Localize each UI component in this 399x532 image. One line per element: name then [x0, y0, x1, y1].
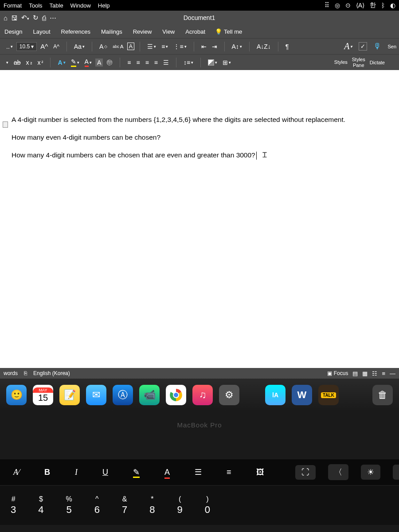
more-icon[interactable]: ⋯ [50, 14, 56, 22]
tb-underline-button[interactable]: U [96, 465, 114, 480]
tab-design[interactable]: Design [4, 27, 23, 37]
show-paragraph-marks-icon[interactable]: ¶ [284, 42, 291, 51]
dock-trash-icon[interactable]: 🗑 [372, 385, 393, 405]
dock-kakaotalk-icon[interactable]: TALK [318, 385, 339, 405]
dock-calendar-icon[interactable]: MAY 15 [33, 385, 53, 405]
document-canvas[interactable]: A 4-digit number is selected from the nu… [0, 70, 399, 368]
tb-brightness-icon[interactable]: ☀ [361, 465, 380, 480]
numbering-icon[interactable]: ≡▾ [160, 42, 170, 51]
tab-acrobat[interactable]: Acrobat [184, 27, 206, 37]
superscript-icon[interactable]: x² [36, 58, 45, 67]
dock-chrome-icon[interactable] [166, 385, 186, 405]
dock-settings-icon[interactable]: ⚙ [219, 385, 239, 405]
zoom-slider[interactable]: — [390, 370, 395, 377]
char-shading-icon[interactable]: A [95, 59, 103, 66]
dock-finder-icon[interactable]: 🙂 [6, 385, 27, 405]
editor-icon[interactable]: ✓ [359, 42, 367, 51]
text-direction-icon[interactable]: A↕▾ [230, 42, 244, 51]
tab-view[interactable]: View [161, 27, 176, 37]
undo-icon[interactable]: ↶▾ [21, 14, 29, 22]
align-left-icon[interactable]: ≡ [125, 58, 133, 67]
korean-input-icon[interactable]: 한 [370, 1, 376, 9]
dock-appstore-icon[interactable]: Ⓐ [113, 385, 133, 405]
paragraph-1[interactable]: A 4-digit number is selected from the nu… [12, 114, 387, 125]
grow-font-icon[interactable]: A^ [39, 42, 50, 51]
menu-window[interactable]: Window [70, 2, 91, 9]
web-layout-view-icon[interactable]: ▦ [362, 370, 368, 377]
font-size-input[interactable]: 10.5▾ [16, 42, 37, 51]
dock-notes-icon[interactable]: 📝 [59, 385, 80, 405]
tab-layout[interactable]: Layout [32, 27, 51, 37]
language-label[interactable]: English (Korea) [33, 370, 70, 376]
tab-review[interactable]: Review [132, 27, 153, 37]
tb-insert-icon[interactable]: 🖾 [250, 465, 270, 480]
redo-icon[interactable]: ↻ [33, 14, 39, 22]
justify-icon[interactable]: ≡ [153, 58, 160, 67]
word-count-label[interactable]: words [4, 370, 18, 376]
borders-icon[interactable]: ⊞▾ [221, 58, 233, 67]
print-icon[interactable]: ⎙ [42, 14, 46, 22]
tb-expand-icon[interactable]: ⛶ [295, 465, 316, 480]
tb-styles-icon[interactable]: A⁄ [7, 465, 26, 480]
dock-facetime-icon[interactable]: 📹 [139, 385, 160, 405]
print-layout-view-icon[interactable]: ▤ [352, 370, 358, 377]
menu-table[interactable]: Table [50, 2, 63, 9]
decrease-indent-icon[interactable]: ⇤ [200, 42, 208, 51]
dock-word-icon[interactable]: W [292, 385, 312, 405]
sort-icon[interactable]: A↓Z↓ [255, 42, 273, 51]
focus-button[interactable]: ▣ Focus [327, 370, 348, 376]
save-icon[interactable]: 🖫 [11, 14, 18, 22]
dock-music-icon[interactable]: ♫ [192, 385, 213, 405]
text-effects-icon[interactable]: A▾ [56, 58, 67, 67]
highlight-color-icon[interactable]: ✎▾ [69, 57, 81, 68]
tb-back-icon[interactable]: 〈 [328, 464, 348, 480]
sync-icon[interactable]: ◎ [335, 2, 340, 9]
styles-button[interactable]: A▾ [342, 40, 354, 52]
paragraph-2[interactable]: How many even 4-digit numbers can be cho… [12, 132, 387, 143]
line-spacing-icon[interactable]: ↕≡▾ [182, 58, 195, 67]
outline-view-icon[interactable]: ☷ [372, 370, 377, 377]
user-icon[interactable]: ◐ [390, 2, 395, 9]
dictate-label[interactable]: Dictate [370, 60, 385, 65]
key-6[interactable]: ^6 [94, 495, 100, 516]
font-color-icon[interactable]: A▾ [83, 57, 94, 68]
align-right-icon[interactable]: ≡ [144, 58, 151, 67]
tb-volume-icon[interactable]: 🔊 [393, 465, 399, 480]
draft-view-icon[interactable]: ≡ [382, 370, 385, 377]
increase-indent-icon[interactable]: ⇥ [210, 42, 219, 51]
key-5[interactable]: %5 [66, 495, 72, 516]
change-case-button[interactable]: Aa▾ [72, 42, 86, 51]
key-9[interactable]: (9 [177, 495, 182, 516]
language-icon[interactable]: ⟨A⟩ [356, 2, 364, 9]
styles-label[interactable]: Styles [334, 59, 348, 65]
tb-bullets-icon[interactable]: ☰ [188, 465, 208, 480]
dictate-mic-icon[interactable]: 🎙 [372, 41, 383, 52]
ruler-tab-icon[interactable] [3, 121, 8, 128]
record-icon[interactable]: ⊙ [345, 2, 351, 9]
home-icon[interactable]: ⌂ [4, 14, 8, 22]
styles-pane-label[interactable]: Styles Pane [352, 57, 365, 67]
align-center-icon[interactable]: ≡ [134, 58, 141, 67]
bullets-icon[interactable]: ☰▾ [145, 42, 158, 51]
strikethrough-icon[interactable]: ab [12, 58, 23, 67]
tab-references[interactable]: References [60, 27, 91, 37]
clear-formatting-icon[interactable]: A◇ [98, 42, 109, 51]
tab-mailings[interactable]: Mailings [100, 27, 123, 37]
multilevel-list-icon[interactable]: ⋮≡▾ [172, 42, 188, 51]
menu-tools[interactable]: Tools [29, 2, 42, 9]
key-7[interactable]: &7 [122, 495, 127, 516]
dock-mail-icon[interactable]: ✉ [86, 385, 106, 405]
tb-italic-button[interactable]: I [69, 465, 84, 480]
key-8[interactable]: *8 [149, 495, 155, 516]
menu-format[interactable]: Format [4, 2, 22, 9]
tb-bold-button[interactable]: B [38, 465, 56, 480]
subscript-icon[interactable]: x₂ [24, 58, 34, 67]
key-3[interactable]: #3 [11, 495, 16, 516]
character-border-icon[interactable]: A [127, 43, 135, 50]
spellcheck-icon[interactable]: ⎘ [24, 370, 27, 376]
tell-me-search[interactable]: 💡 Tell me [215, 28, 242, 35]
bluetooth-icon[interactable]: ᛒ [381, 2, 385, 9]
dock-language-app-icon[interactable]: lA [265, 385, 286, 405]
key-4[interactable]: $4 [38, 495, 43, 516]
font-dropdown[interactable]: ..▾ [4, 42, 15, 51]
